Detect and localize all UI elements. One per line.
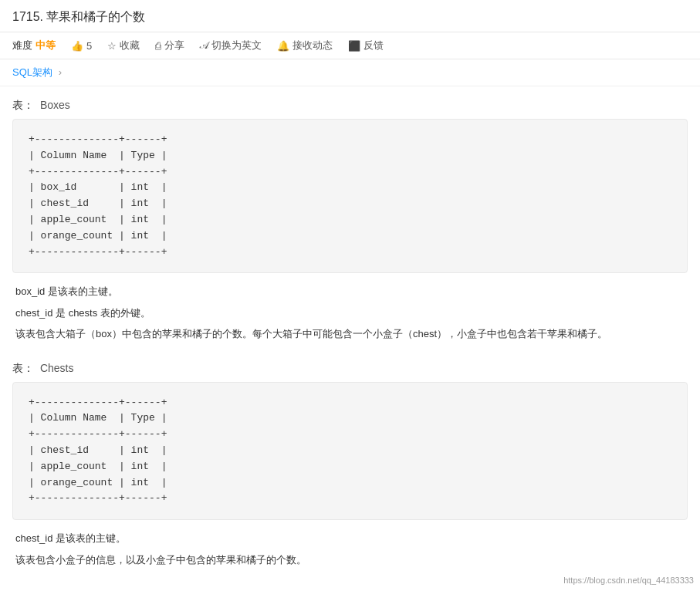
schema-box-boxes: +--------------+------+ | Column Name | … [12, 119, 688, 273]
breadcrumb-arrow: › [59, 66, 62, 78]
share-icon: ⎙ [155, 40, 161, 52]
description-boxes: box_id 是该表的主键。chest_id 是 chests 表的外键。该表包… [12, 282, 688, 343]
star-icon: ☆ [107, 40, 117, 52]
feedback-button[interactable]: ⬛ 反馈 [348, 39, 384, 52]
table-name-chests: Chests [40, 362, 74, 374]
feedback-icon: ⬛ [348, 40, 360, 52]
table-section-chests: 表： Chests +--------------+------+ | Colu… [12, 362, 688, 569]
toolbar: 难度 中等 👍 5 ☆ 收藏 ⎙ 分享 𝒜 切换为英文 🔔 接收动态 ⬛ 反馈 [0, 32, 700, 59]
like-button[interactable]: 👍 5 [71, 40, 92, 52]
translate-icon: 𝒜 [200, 39, 208, 52]
schema-box-chests: +--------------+------+ | Column Name | … [12, 382, 688, 521]
description-line: 该表包含大箱子（box）中包含的苹果和橘子的个数。每个大箱子中可能包含一个小盒子… [15, 325, 685, 343]
table-label-chests: 表： Chests [12, 362, 688, 376]
description-line: 该表包含小盒子的信息，以及小盒子中包含的苹果和橘子的个数。 [15, 551, 685, 569]
footer-link: https://blog.csdn.net/qq_44183333 [563, 576, 694, 585]
bell-icon: 🔔 [277, 40, 289, 52]
share-button[interactable]: ⎙ 分享 [155, 39, 184, 52]
description-chests: chest_id 是该表的主键。该表包含小盒子的信息，以及小盒子中包含的苹果和橘… [12, 529, 688, 569]
collect-button[interactable]: ☆ 收藏 [107, 39, 140, 52]
description-line: chest_id 是该表的主键。 [15, 529, 685, 547]
schema-table-boxes: +--------------+------+ | Column Name | … [29, 132, 671, 260]
description-line: chest_id 是 chests 表的外键。 [15, 304, 685, 322]
breadcrumb-link[interactable]: SQL架构 [12, 66, 52, 78]
switch-lang-button[interactable]: 𝒜 切换为英文 [200, 39, 262, 52]
description-line: box_id 是该表的主键。 [15, 282, 685, 300]
subscribe-button[interactable]: 🔔 接收动态 [277, 39, 333, 52]
difficulty-label: 难度 中等 [12, 39, 56, 52]
table-name-boxes: Boxes [40, 99, 70, 111]
thumbs-up-icon: 👍 [71, 40, 83, 52]
table-label-boxes: 表： Boxes [12, 99, 688, 113]
difficulty-value: 中等 [36, 39, 56, 52]
schema-table-chests: +--------------+------+ | Column Name | … [29, 395, 671, 508]
table-section-boxes: 表： Boxes +--------------+------+ | Colum… [12, 99, 688, 343]
breadcrumb-bar: SQL架构 › [0, 59, 700, 86]
page-title: 1715. 苹果和橘子的个数 [0, 0, 700, 32]
content-area: 表： Boxes +--------------+------+ | Colum… [0, 86, 700, 591]
